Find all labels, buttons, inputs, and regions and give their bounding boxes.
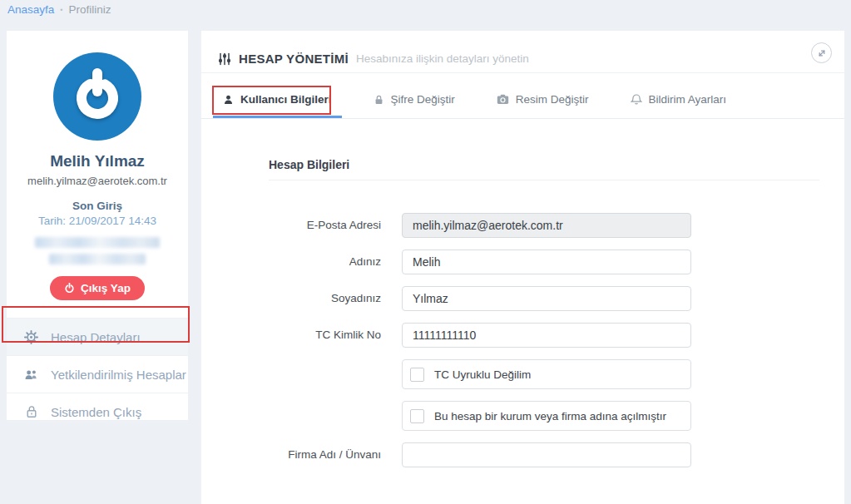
checkbox-label: TC Uyruklu Değilim xyxy=(434,368,531,381)
tab-label: Bildirim Ayarları xyxy=(649,93,727,106)
checkbox-row-kurum-hesabi: Bu hesap bir kurum veya firma adına açıl… xyxy=(402,401,691,431)
page-title: HESAP YÖNETİMİ xyxy=(239,52,349,66)
tab-label: Kullanıcı Bilgileri xyxy=(240,93,332,106)
power-icon xyxy=(67,67,127,126)
profile-name: Melih Yılmaz xyxy=(7,152,188,170)
sliders-icon xyxy=(218,52,231,66)
sidebar-item-hesap-detaylari[interactable]: Hesap Detayları xyxy=(7,318,188,355)
sidebar-item-sistemden-cikis[interactable]: Sistemden Çıkış xyxy=(7,393,188,430)
expand-panel-button[interactable] xyxy=(811,42,832,63)
tab-label: Şifre Değiştir xyxy=(391,93,455,106)
expand-icon xyxy=(817,48,827,58)
account-form: E-Posta Adresi Adınız Soyadınız TC Kimli… xyxy=(269,213,819,467)
profile-email: melih.yilmaz@aerotek.com.tr xyxy=(7,175,188,187)
form-row-company: Firma Adı / Ünvanı xyxy=(269,442,819,467)
company-field[interactable] xyxy=(402,442,691,467)
account-management-panel: HESAP YÖNETİMİ Hesabınıza ilişkin detayl… xyxy=(201,31,844,504)
gear-icon xyxy=(24,330,38,344)
form-row-lastname: Soyadınız xyxy=(269,286,819,311)
tc-kimlik-field[interactable] xyxy=(402,323,691,348)
lastname-label: Soyadınız xyxy=(269,286,381,311)
sidebar-item-label: Yetkilendirilmiş Hesaplar xyxy=(51,368,186,382)
breadcrumb: Anasayfa • Profiliniz xyxy=(7,3,111,16)
redacted-line xyxy=(35,237,160,248)
section-title: Hesap Bilgileri xyxy=(269,158,819,180)
tab-bildirim-ayarlari[interactable]: Bildirim Ayarları xyxy=(621,83,737,118)
tab-resim-degistir[interactable]: Resim Değiştir xyxy=(487,83,599,118)
sidebar-item-yetkilendirilmis-hesaplar[interactable]: Yetkilendirilmiş Hesaplar xyxy=(7,355,188,393)
tc-uyruklu-checkbox[interactable] xyxy=(410,368,424,382)
company-label: Firma Adı / Ünvanı xyxy=(269,442,381,467)
email-label: E-Posta Adresi xyxy=(269,213,381,238)
tab-content: Hesap Bilgileri E-Posta Adresi Adınız So… xyxy=(201,158,844,467)
breadcrumb-current: Profiliniz xyxy=(68,3,111,16)
redacted-line xyxy=(49,254,146,264)
tc-kimlik-label: TC Kimlik No xyxy=(269,323,381,348)
camera-icon xyxy=(497,94,509,105)
tab-label: Resim Değiştir xyxy=(516,93,589,106)
last-login-title: Son Giriş xyxy=(7,200,188,212)
checkbox-label: Bu hesap bir kurum veya firma adına açıl… xyxy=(434,410,666,422)
sidebar-item-label: Sistemden Çıkış xyxy=(51,405,141,419)
lock-icon xyxy=(374,94,384,106)
checkbox-row-tc-uyruklu: TC Uyruklu Değilim xyxy=(402,359,691,389)
power-icon xyxy=(64,283,75,294)
kurum-hesabi-checkbox[interactable] xyxy=(410,409,424,423)
tab-sifre-degistir[interactable]: Şifre Değiştir xyxy=(364,83,465,118)
page-subtitle: Hesabınıza ilişkin detayları yönetin xyxy=(356,52,529,65)
logout-button[interactable]: Çıkış Yap xyxy=(50,276,145,300)
logout-label: Çıkış Yap xyxy=(81,282,131,294)
lastname-field[interactable] xyxy=(402,286,691,311)
form-row-email: E-Posta Adresi xyxy=(269,213,819,238)
profile-panel: Melih Yılmaz melih.yilmaz@aerotek.com.tr… xyxy=(7,31,188,420)
breadcrumb-separator-icon: • xyxy=(60,6,62,14)
panel-header: HESAP YÖNETİMİ Hesabınıza ilişkin detayl… xyxy=(201,31,844,73)
user-icon xyxy=(223,94,234,106)
firstname-label: Adınız xyxy=(269,250,381,274)
email-field xyxy=(402,213,691,238)
last-login-date: Tarih: 21/09/2017 14:43 xyxy=(7,215,188,227)
form-row-tc-kimlik: TC Kimlik No xyxy=(269,323,819,348)
avatar xyxy=(53,52,141,141)
breadcrumb-home-link[interactable]: Anasayfa xyxy=(7,3,54,16)
form-row-firstname: Adınız xyxy=(269,250,819,274)
lock-icon xyxy=(24,405,38,418)
tab-kullanici-bilgileri[interactable]: Kullanıcı Bilgileri xyxy=(213,83,342,118)
sidebar-item-label: Hesap Detayları xyxy=(51,330,141,344)
sidebar-menu: Hesap Detayları Yetkilendirilmiş Hesapla… xyxy=(7,318,188,430)
bell-icon xyxy=(631,93,642,106)
firstname-field[interactable] xyxy=(402,250,691,274)
tab-bar: Kullanıcı Bilgileri Şifre Değiştir Resim… xyxy=(201,83,844,119)
users-icon xyxy=(24,368,38,381)
